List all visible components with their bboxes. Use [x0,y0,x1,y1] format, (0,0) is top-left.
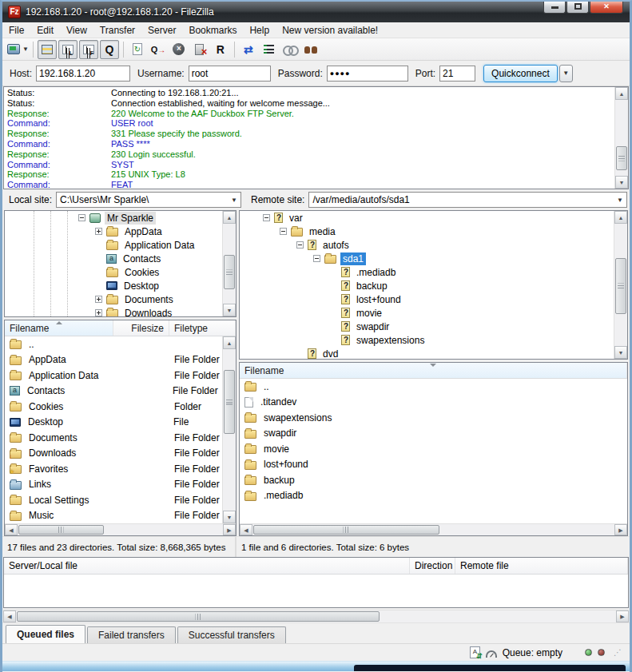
scroll-up-icon[interactable]: ▲ [615,87,628,100]
scrollbar-thumb[interactable] [17,611,380,622]
menu-edit[interactable]: Edit [30,23,60,38]
scroll-down-icon[interactable]: ▼ [223,511,236,523]
quickconnect-dropdown-button[interactable]: ▼ [559,65,573,82]
expand-icon[interactable] [95,309,102,316]
file-row[interactable]: CookiesFolder [5,399,236,415]
scrollbar-thumb[interactable] [615,258,626,314]
scroll-down-icon[interactable]: ▼ [615,176,628,189]
process-queue-button[interactable]: Q [149,40,168,59]
remote-tree-toggle-button[interactable] [79,40,98,59]
menu-new-version[interactable]: New version available! [276,23,384,38]
tree-item[interactable]: AppData [5,225,236,238]
expand-icon[interactable] [95,296,102,303]
file-row[interactable]: Local SettingsFile Folder [5,492,236,508]
site-manager-button[interactable]: ▼ [7,40,29,59]
file-row[interactable]: .. [5,336,236,352]
menu-file[interactable]: File [2,23,30,38]
file-row[interactable]: AppDataFile Folder [5,352,236,368]
tree-item[interactable]: Desktop [5,279,236,292]
password-input[interactable] [327,66,408,82]
scrollbar-thumb[interactable] [224,370,235,434]
tree-item[interactable]: swapdir [240,320,627,333]
scroll-left-icon[interactable]: ◀ [240,524,252,535]
disconnect-button[interactable] [190,40,209,59]
tab-successful-transfers[interactable]: Successful transfers [177,626,286,643]
host-input[interactable] [36,66,130,82]
speed-limit-icon[interactable] [486,650,497,658]
column-filetype[interactable]: Filetype [169,320,236,336]
tree-item[interactable]: var [240,211,627,225]
scroll-left-icon[interactable]: ◀ [3,610,16,622]
column-server-local-file[interactable]: Server/Local file [4,558,410,574]
file-row[interactable]: ContactsFile Folder [5,384,236,400]
menu-help[interactable]: Help [243,23,276,38]
file-row[interactable]: .mediadb [240,488,627,504]
tree-item[interactable]: .mediadb [240,265,627,279]
maximize-button[interactable] [566,2,589,14]
tab-queued-files[interactable]: Queued files [6,625,85,643]
scroll-down-icon[interactable]: ▼ [614,346,627,359]
remote-list-hscrollbar[interactable]: ◀ ▶ [240,523,627,535]
log-scrollbar[interactable]: ▲ ▼ [614,87,628,189]
local-site-combo[interactable]: C:\Users\Mr Sparkle\▼ [56,192,241,208]
message-log-toggle-button[interactable] [38,40,57,59]
scroll-right-icon[interactable]: ▶ [614,524,627,535]
tree-item[interactable]: movie [240,306,627,320]
transfer-type-icon[interactable] [470,646,480,658]
file-row[interactable]: MusicFile Folder [5,508,236,524]
quickconnect-button[interactable]: Quickconnect [483,65,558,82]
port-input[interactable] [439,66,475,82]
expand-icon[interactable] [95,228,102,235]
close-button[interactable]: ✕ [590,2,623,14]
tree-item[interactable]: Documents [5,292,236,306]
local-tree-toggle-button[interactable] [58,40,78,59]
scroll-up-icon[interactable]: ▲ [223,336,236,349]
reconnect-button[interactable]: R [211,40,230,59]
scroll-right-icon[interactable]: ▶ [223,524,236,535]
tree-item[interactable]: media [240,225,627,238]
title-bar[interactable]: Fz 192.168.1.20 - root@192.168.1.20 - Fi… [2,2,630,22]
menu-bookmarks[interactable]: Bookmarks [182,23,243,38]
file-row[interactable]: DesktopFile [5,415,236,431]
file-row[interactable]: Application DataFile Folder [5,368,236,384]
cancel-button[interactable]: × [169,40,189,59]
scrollbar-thumb[interactable] [224,255,235,288]
tree-item[interactable]: Cookies [5,265,236,279]
file-row[interactable]: backup [240,472,627,488]
collapse-icon[interactable] [263,214,270,221]
collapse-icon[interactable] [78,214,85,221]
tree-item[interactable]: lost+found [240,292,627,306]
minimize-button[interactable] [543,2,566,14]
file-row[interactable]: swapdir [240,426,627,442]
queue-hscrollbar[interactable]: ◀ ▶ [3,610,629,622]
tab-failed-transfers[interactable]: Failed transfers [87,626,176,643]
column-filesize[interactable]: Filesize [113,320,169,336]
file-row[interactable]: swapextensions [240,410,627,426]
queue-toggle-button[interactable]: Q [100,40,119,59]
scroll-left-icon[interactable]: ◀ [5,524,18,535]
file-row[interactable]: .. [240,379,627,395]
file-row[interactable]: DocumentsFile Folder [5,430,236,446]
resize-grip[interactable]: ⋰ [614,648,622,657]
tree-item[interactable]: Mr Sparkle [5,211,236,225]
scroll-right-icon[interactable]: ▶ [616,610,629,622]
scrollbar-thumb[interactable] [253,525,439,535]
scroll-down-icon[interactable]: ▼ [223,304,236,316]
tree-item[interactable]: backup [240,279,627,292]
file-row[interactable]: lost+found [240,457,627,473]
column-direction[interactable]: Direction [410,558,455,574]
scrollbar-thumb[interactable] [18,525,104,535]
column-filename[interactable]: Filename [240,363,627,378]
refresh-button[interactable]: ↻ [128,40,147,59]
tree-item[interactable]: swapextensions [240,333,627,347]
search-button[interactable] [301,40,320,59]
collapse-icon[interactable] [313,255,320,262]
file-row[interactable]: FavoritesFile Folder [5,461,236,477]
tree-item[interactable]: Downloads [5,306,236,317]
sync-browsing-button[interactable] [280,40,300,59]
file-row[interactable]: LinksFile Folder [5,477,236,493]
local-list-hscrollbar[interactable]: ◀ ▶ [5,523,236,535]
menu-server[interactable]: Server [141,23,182,38]
filter-button[interactable] [260,40,279,59]
local-tree-scrollbar[interactable]: ▲ ▼ [222,211,236,316]
